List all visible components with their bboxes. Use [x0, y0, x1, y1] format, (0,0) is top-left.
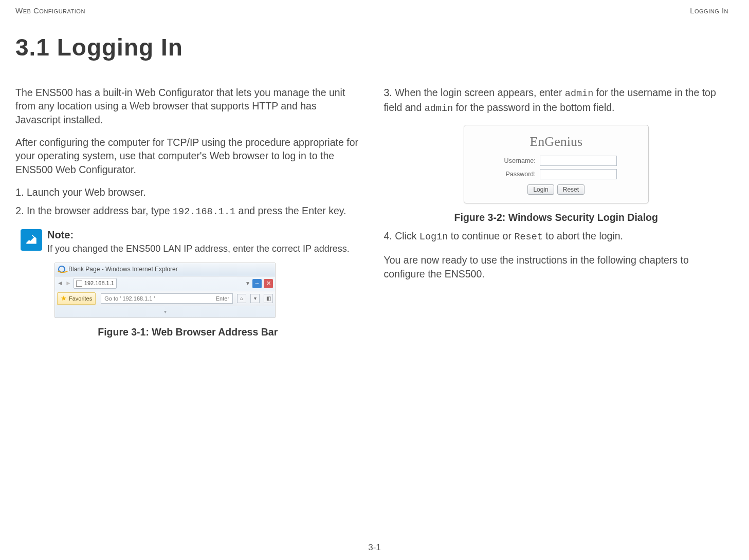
closing-paragraph: You are now ready to use the instruction…: [384, 253, 729, 281]
step-3-post: for the password in the bottom field.: [453, 102, 614, 113]
goto-prefix: Go to ': [104, 295, 122, 302]
star-icon: ★: [61, 294, 67, 303]
step-4: 4. Click Login to continue or Reset to a…: [384, 229, 729, 244]
page-icon: [76, 281, 82, 287]
step-3-user: admin: [565, 88, 594, 99]
stop-button-icon[interactable]: ✕: [264, 279, 273, 288]
step-1: Launch your Web browser.: [27, 185, 360, 199]
header-right: Logging In: [690, 6, 728, 15]
home-button-icon[interactable]: ⌂: [237, 294, 246, 303]
username-label: Username:: [496, 157, 536, 165]
step-4-login: Login: [419, 232, 448, 242]
login-brand: EnGenius: [473, 133, 639, 151]
nav-fwd-icon[interactable]: ►: [65, 279, 71, 287]
browser-window-title: Blank Page - Windows Internet Explorer: [68, 265, 178, 273]
url-field-wrapper[interactable]: 192.168.1.1: [74, 278, 117, 289]
password-row: Password:: [473, 169, 639, 179]
step-3: 3. When the login screen appears, enter …: [384, 86, 729, 116]
figure-login-dialog: EnGenius Username: Password: Login Reset: [464, 125, 649, 203]
note-body: If you changed the ENS500 LAN IP address…: [47, 243, 350, 255]
figure-browser-addressbar: Blank Page - Windows Internet Explorer ◄…: [54, 263, 276, 318]
page-title: 3.1 Logging In: [15, 33, 728, 61]
password-input[interactable]: [540, 169, 617, 179]
step-4-post: to abort the login.: [543, 230, 623, 241]
step-4-pre: 4. Click: [384, 230, 419, 241]
url-text: 192.168.1.1: [84, 279, 114, 287]
goto-suffix: ': [153, 295, 155, 302]
note-block: Note: If you changed the ENS500 LAN IP a…: [21, 228, 360, 255]
reset-button[interactable]: Reset: [557, 184, 584, 195]
step-3-pre: 3. When the login screen appears, enter: [384, 87, 565, 98]
username-input[interactable]: [540, 156, 617, 166]
nav-back-icon[interactable]: ◄: [57, 279, 63, 287]
intro-p1: The ENS500 has a built-in Web Configurat…: [15, 86, 360, 126]
step-3-pass: admin: [425, 103, 453, 114]
feeds-icon[interactable]: ◧: [264, 294, 273, 303]
ie-icon: [58, 266, 65, 273]
step-2-ip: 192.168.1.1: [173, 207, 235, 217]
step-2-post: and press the Enter key.: [235, 205, 346, 216]
favorites-label: Favorites: [69, 295, 92, 303]
page-number: 3-1: [368, 543, 381, 553]
steps-list: Launch your Web browser. In the browser …: [27, 185, 360, 219]
go-button-icon[interactable]: →: [252, 279, 262, 288]
header-left: Web Configuration: [15, 6, 85, 15]
dropdown-icon[interactable]: ▼: [245, 280, 250, 287]
browser-titlebar: Blank Page - Windows Internet Explorer: [55, 263, 275, 276]
step-2-pre: In the browser address bar, type: [27, 205, 173, 216]
password-label: Password:: [496, 170, 536, 179]
username-row: Username:: [473, 156, 639, 166]
intro-p2: After configuring the computer for TCP/I…: [15, 136, 360, 176]
step-2: In the browser address bar, type 192.168…: [27, 204, 360, 219]
expand-chevron-icon[interactable]: ▾: [164, 309, 167, 314]
menu-dropdown-icon[interactable]: ▾: [250, 294, 260, 303]
left-column: The ENS500 has a built-in Web Configurat…: [15, 86, 360, 344]
browser-second-row: ★ Favorites Go to ' 192.168.1.1 ' Enter …: [55, 291, 275, 306]
note-title: Note:: [47, 228, 350, 242]
enter-dropdown[interactable]: Go to ' 192.168.1.1 ' Enter: [101, 293, 233, 304]
right-column: 3. When the login screen appears, enter …: [384, 86, 729, 344]
login-button[interactable]: Login: [527, 184, 554, 195]
favorites-tab[interactable]: ★ Favorites: [57, 292, 96, 305]
note-icon: [21, 229, 42, 251]
figure-3-1-caption: Figure 3-1: Web Browser Address Bar: [15, 325, 360, 339]
step-4-mid: to continue or: [448, 230, 514, 241]
goto-url: 192.168.1.1: [122, 295, 152, 302]
figure-3-2-caption: Figure 3-2: Windows Security Login Dialo…: [384, 211, 729, 224]
enter-text: Enter: [216, 295, 229, 303]
browser-urlrow: ◄ ► 192.168.1.1 ▼ → ✕: [55, 276, 275, 291]
step-4-reset: Reset: [514, 232, 543, 242]
